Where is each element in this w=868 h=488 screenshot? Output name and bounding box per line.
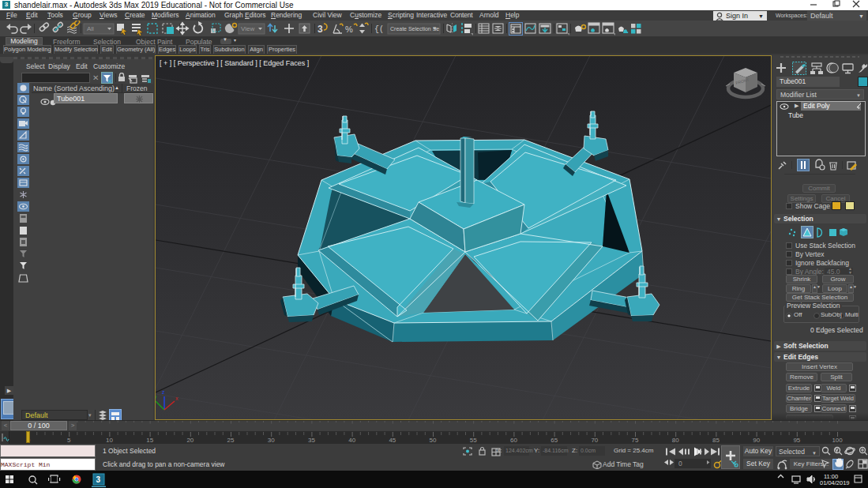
svg-text:3: 3 [318,24,323,35]
svg-text:%: % [345,24,353,34]
svg-text:75: 75 [632,437,639,444]
svg-text:[ + ] [ Perspective ] [ Standa: [ + ] [ Perspective ] [ Standard ] [ Edg… [160,59,309,67]
svg-text:95: 95 [793,437,800,444]
svg-text:30: 30 [268,437,275,444]
svg-text:10: 10 [106,437,113,444]
svg-text:View: View [241,25,254,32]
svg-text:35: 35 [308,437,315,444]
svg-text:3: 3 [96,475,101,484]
svg-text:55: 55 [470,437,477,444]
svg-text:100: 100 [832,437,843,444]
svg-text:All: All [87,25,94,32]
svg-text:{(: {( [374,25,384,34]
svg-text:85: 85 [712,437,720,444]
svg-text:z: z [162,389,165,395]
svg-text:40: 40 [348,437,355,444]
svg-text:25: 25 [227,437,235,444]
svg-text:0: 0 [678,460,682,467]
svg-text:15: 15 [146,437,153,444]
svg-text:Create Selection Se: Create Selection Se [390,26,439,32]
svg-text:20: 20 [186,437,194,444]
svg-text:90: 90 [753,437,760,444]
svg-text:01/04/2019: 01/04/2019 [820,479,850,486]
svg-text:5: 5 [67,437,71,444]
svg-text:80: 80 [672,437,679,444]
svg-text:x: x [175,396,178,401]
svg-text:60: 60 [510,437,517,444]
svg-text:45: 45 [389,437,396,444]
svg-text:70: 70 [591,437,598,444]
svg-text:65: 65 [550,437,558,444]
svg-text:50: 50 [430,437,437,444]
